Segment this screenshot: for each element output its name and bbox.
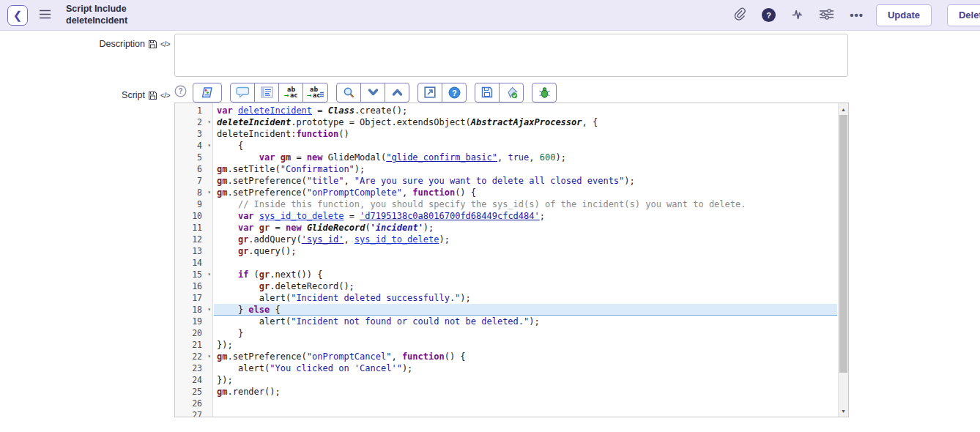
more-options-button[interactable]: ••• [850, 12, 864, 19]
hamburger-icon [39, 10, 51, 21]
line-number: 21 [175, 339, 212, 351]
scroll-up-icon[interactable]: ▲ [839, 104, 848, 114]
toggle-syntax-editor-button[interactable] [193, 83, 222, 103]
help-button[interactable]: ? [762, 8, 776, 22]
code-tag-icon[interactable]: </> [160, 40, 170, 48]
code-line[interactable]: var gr = new GlideRecord('incident'); [214, 222, 837, 234]
replace-button[interactable]: ab→ac [278, 83, 303, 103]
script-debugger-button[interactable] [532, 83, 557, 103]
code-line[interactable]: }); [214, 339, 837, 351]
personalize-button[interactable] [819, 9, 834, 22]
attachment-button[interactable] [733, 7, 746, 23]
delete-button[interactable]: Delete [947, 4, 980, 26]
code-line[interactable]: gm.setPreference("onPromptComplete", fun… [214, 187, 837, 198]
context-menu-button[interactable] [37, 8, 53, 23]
save-field-icon[interactable] [148, 40, 157, 49]
line-number: 14 [175, 257, 212, 269]
editor-help-button[interactable]: ? [442, 83, 467, 103]
code-line[interactable]: } else { [214, 304, 837, 316]
toolbar-group [193, 83, 222, 103]
fold-toggle-icon[interactable]: ▾ [207, 140, 211, 152]
question-circle-icon: ? [174, 85, 187, 100]
code-line[interactable]: if (gr.next()) { [214, 269, 837, 280]
update-button[interactable]: Update [876, 4, 932, 26]
open-fullscreen-button[interactable] [417, 83, 442, 103]
validate-script-button[interactable] [499, 83, 524, 103]
code-line[interactable]: var gm = new GlideModal("glide_confirm_b… [214, 152, 837, 163]
toolbar-group: ? [417, 83, 467, 103]
save-field-icon[interactable] [148, 91, 157, 100]
fold-toggle-icon[interactable]: ▾ [207, 116, 211, 128]
editor-gutter: 12▾34▾5678▾9101112131415▾161718▾19202122… [175, 103, 213, 417]
search-button[interactable] [336, 83, 361, 103]
code-line[interactable] [214, 409, 837, 417]
toolbar-group [336, 83, 409, 103]
code-line[interactable] [214, 398, 837, 409]
back-button[interactable]: ❮ [7, 5, 28, 26]
code-line[interactable]: { [214, 140, 837, 152]
toolbar-group [475, 83, 524, 103]
debug-icon [538, 86, 551, 99]
description-input[interactable] [174, 34, 848, 77]
line-number: 27 [175, 409, 212, 417]
code-line[interactable]: gm.setTitle("Confirmation"); [214, 163, 837, 175]
code-line[interactable]: }); [214, 374, 837, 386]
fold-toggle-icon[interactable]: ▾ [207, 351, 211, 362]
script-label-row: Script </> [0, 90, 170, 100]
save-button[interactable] [475, 83, 500, 103]
code-line[interactable]: gm.setPreference("onPromptCancel", funct… [214, 351, 837, 362]
script-label: Script [122, 90, 145, 100]
code-line[interactable]: gr.addQuery('sys_id', sys_id_to_delete); [214, 234, 837, 245]
fold-toggle-icon[interactable]: ▾ [207, 187, 211, 198]
code-line[interactable]: alert("Incident not found or could not b… [214, 316, 837, 327]
editor-code-area[interactable]: var deleteIncident = Class.create();dele… [214, 105, 837, 417]
line-number: 19 [175, 316, 212, 327]
line-number: 17 [175, 292, 212, 304]
scrollbar-thumb[interactable] [839, 115, 847, 373]
save-icon [481, 86, 493, 98]
scroll-down-icon[interactable]: ▼ [839, 406, 848, 416]
code-line[interactable]: gr.query(); [214, 245, 837, 257]
fold-toggle-icon[interactable]: ▾ [207, 304, 211, 316]
sliders-icon [819, 9, 834, 22]
line-number: 23 [175, 362, 212, 374]
toggle-comment-button[interactable] [230, 83, 255, 103]
code-line[interactable]: gm.setPreference("title", "Are you sure … [214, 175, 837, 187]
code-line[interactable]: alert("You clicked on 'Cancel'"); [214, 362, 837, 374]
code-line[interactable]: // Inside this function, you should spec… [214, 198, 837, 210]
format-icon [261, 86, 273, 98]
code-line[interactable] [214, 257, 837, 269]
find-previous-button[interactable] [385, 83, 409, 103]
line-number: 24 [175, 374, 212, 386]
line-number: 26 [175, 398, 212, 409]
format-code-button[interactable] [254, 83, 279, 103]
line-number: 10 [175, 210, 212, 222]
code-line[interactable]: alert("Incident deleted successfully."); [214, 292, 837, 304]
line-number: 20 [175, 327, 212, 339]
code-line[interactable]: } [214, 327, 837, 339]
code-tag-icon[interactable]: </> [160, 92, 170, 100]
code-line[interactable]: gr.deleteRecord(); [214, 280, 837, 292]
record-name: deleteIncident [66, 15, 127, 27]
script-editor[interactable]: 12▾34▾5678▾9101112131415▾161718▾19202122… [174, 103, 849, 417]
line-number: 8▾ [175, 187, 212, 198]
ellipsis-icon: ••• [850, 12, 864, 19]
page-title: Script Include [66, 4, 127, 15]
code-line[interactable]: gm.render(); [214, 386, 837, 398]
script-toolbar: ? ab→acab→ac? [174, 82, 557, 103]
line-number: 16 [175, 280, 212, 292]
activity-stream-button[interactable] [791, 8, 803, 23]
toolbar-help-button[interactable]: ? [174, 85, 187, 100]
code-line[interactable]: deleteIncident:function() [214, 128, 837, 140]
paperclip-icon [733, 7, 746, 23]
code-line[interactable]: deleteIncident.prototype = Object.extend… [214, 116, 837, 128]
replace-all-button[interactable]: ab→ac [302, 83, 328, 103]
editor-scrollbar[interactable]: ▲ ▼ [838, 103, 848, 417]
help-blue-icon: ? [448, 86, 461, 99]
fold-toggle-icon[interactable]: ▾ [207, 269, 211, 280]
find-next-button[interactable] [360, 83, 385, 103]
line-number: 25 [175, 386, 212, 398]
description-label: Description [100, 39, 146, 49]
code-line[interactable]: var deleteIncident = Class.create(); [214, 105, 837, 116]
code-line[interactable]: var sys_id_to_delete = 'd7195138c0a80167… [214, 210, 837, 222]
